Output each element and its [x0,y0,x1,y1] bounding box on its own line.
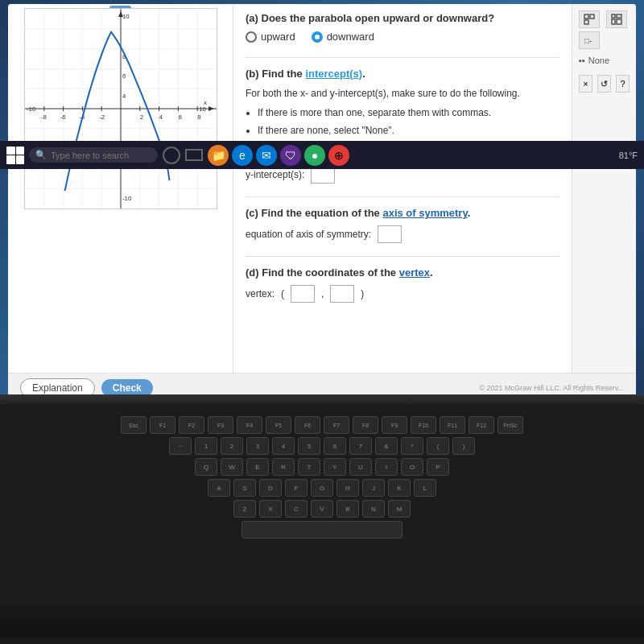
key-1[interactable]: 1 [195,437,217,455]
question-panel: (a) Does the parabola open upward or dow… [233,4,572,373]
svg-text:-10: -10 [122,195,131,202]
svg-marker-45 [208,106,214,111]
taskbar-circle-button[interactable] [163,147,180,164]
svg-text:-6: -6 [60,114,66,121]
key-n[interactable]: N [362,500,385,518]
vertex-x-input[interactable] [291,285,315,303]
key-f12[interactable]: F12 [469,416,494,434]
key-w[interactable]: W [221,458,243,476]
toolbar-icon-3[interactable]: □- [579,31,600,49]
toolbar-icon-1[interactable] [579,10,600,28]
start-sq4 [16,155,25,164]
key-f8[interactable]: F8 [353,416,378,434]
question-d-title: (d) Find the coordinates of the vertex. [246,266,559,279]
key-y[interactable]: Y [324,458,346,476]
bullet-2: If there are none, select "None". [258,123,559,138]
laptop-screen: ▼ [0,0,644,402]
key-u[interactable]: U [349,458,372,476]
axis-symmetry-input[interactable] [378,225,402,243]
key-7[interactable]: 7 [349,437,372,455]
key-m[interactable]: M [388,500,411,518]
key-f10[interactable]: F10 [411,416,436,434]
intercept-link[interactable]: intercept(s) [305,68,362,80]
key-t[interactable]: T [298,458,320,476]
radio-upward-circle[interactable] [246,31,257,43]
key-l[interactable]: L [414,479,436,497]
key-f7[interactable]: F7 [324,416,349,434]
key-close-paren[interactable]: ) [452,437,475,455]
vertex-paren-open: ( [281,288,284,299]
key-4[interactable]: 4 [272,437,295,455]
key-f5[interactable]: F5 [266,416,291,434]
key-s[interactable]: S [233,479,256,497]
taskbar-green-icon[interactable]: ● [304,145,325,166]
key-6[interactable]: 6 [324,437,346,455]
key-9[interactable]: * [401,437,423,455]
laptop-bottom [0,605,644,638]
key-esc[interactable]: Esc [121,416,147,434]
key-f4[interactable]: F4 [237,416,262,434]
svg-text:6: 6 [122,72,126,80]
key-r[interactable]: R [272,458,295,476]
key-f[interactable]: F [285,479,308,497]
key-b[interactable]: B [336,500,359,518]
key-h[interactable]: H [336,479,359,497]
laptop-keyboard-area: Esc F1 F2 F3 F4 F5 F6 F7 F8 F9 F10 F11 F… [0,404,644,605]
key-j[interactable]: J [362,479,385,497]
help-button[interactable]: ? [616,75,630,93]
search-input[interactable] [51,151,147,160]
key-i[interactable]: I [375,458,398,476]
radio-downward-circle[interactable] [312,31,323,43]
question-c-title: (c) Find the equation of the axis of sym… [246,207,559,219]
desktop: ▼ [0,0,644,402]
search-icon: 🔍 [35,150,47,160]
taskbar-folder-icon[interactable]: 📁 [208,145,229,166]
key-a[interactable]: A [208,479,230,497]
svg-text:6: 6 [178,114,182,121]
undo-button[interactable]: ↺ [597,75,611,93]
toolbar-sidebar: □- ▪▪ None × ↺ ? [572,4,636,373]
key-k[interactable]: K [388,479,411,497]
key-prtsc[interactable]: PrtSc [497,416,523,434]
taskbar-edge-icon[interactable]: e [232,145,253,166]
key-3[interactable]: 3 [246,437,269,455]
key-f6[interactable]: F6 [295,416,320,434]
key-f9[interactable]: F9 [382,416,407,434]
axis-of-symmetry-link[interactable]: axis of symmetry [382,207,467,219]
vertex-link[interactable]: vertex [399,266,430,279]
key-f3[interactable]: F3 [208,416,233,434]
key-0[interactable]: ( [427,437,449,455]
key-v[interactable]: V [311,500,333,518]
key-f11[interactable]: F11 [440,416,465,434]
radio-upward[interactable]: upward [246,31,295,43]
taskbar-search[interactable]: 🔍 [29,147,158,163]
key-d[interactable]: D [259,479,282,497]
vertex-y-input[interactable] [330,285,354,303]
key-f2[interactable]: F2 [179,416,204,434]
x-button[interactable]: × [579,75,592,93]
key-8[interactable]: & [375,437,398,455]
key-2[interactable]: 2 [221,437,243,455]
key-c[interactable]: C [285,500,308,518]
taskbar: 🔍 📁 e ✉ 🛡 ● ⊕ 81°F [0,141,644,169]
key-f1[interactable]: F1 [150,416,175,434]
key-z[interactable]: Z [233,500,256,518]
key-p[interactable]: P [427,458,449,476]
taskbar-chrome-icon[interactable]: ⊕ [328,145,349,166]
key-5[interactable]: 5 [298,437,320,455]
toolbar-icon-2[interactable] [606,10,627,28]
key-g[interactable]: G [311,479,333,497]
svg-rect-47 [590,14,594,19]
key-tilde[interactable]: ~ [169,437,192,455]
keyboard-row-zxcv: Z X C V B N M [16,500,628,518]
key-q[interactable]: Q [195,458,217,476]
key-space[interactable] [242,521,402,539]
key-x[interactable]: X [259,500,282,518]
radio-downward[interactable]: downward [312,31,374,43]
key-o[interactable]: O [401,458,423,476]
taskbar-mail-icon[interactable]: ✉ [256,145,277,166]
key-e[interactable]: E [246,458,269,476]
taskbar-rect-button[interactable] [185,149,203,161]
taskbar-start-button[interactable] [6,147,24,164]
taskbar-shield-icon[interactable]: 🛡 [280,145,301,166]
